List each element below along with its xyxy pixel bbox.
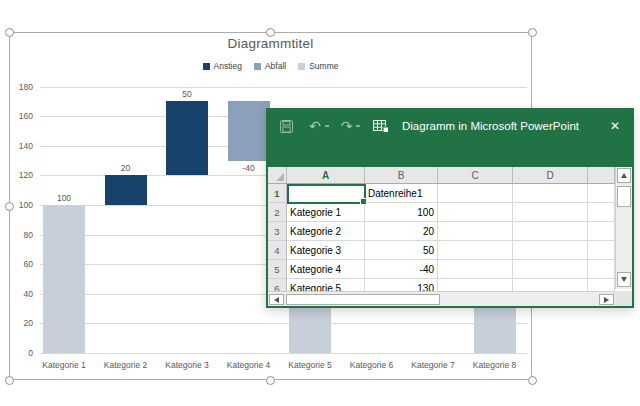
horizontal-scrollbar-thumb[interactable]: [286, 294, 440, 305]
bar-kategorie-1[interactable]: [43, 205, 85, 353]
edit-data-in-excel-button[interactable]: [373, 117, 389, 135]
data-label-kategorie-2: 20: [105, 163, 147, 173]
cell-B3[interactable]: 20: [365, 222, 438, 241]
cell-A6[interactable]: Kategorie 5: [287, 279, 365, 291]
chart-legend: Anstieg Abfall Summe: [9, 61, 532, 71]
column-header-B[interactable]: B: [365, 167, 438, 184]
cell-D3[interactable]: [513, 222, 588, 241]
redo-dropdown-icon[interactable]: [356, 125, 360, 127]
window-title: Diagramm in Microsoft PowerPoint: [402, 120, 579, 132]
cell-D5[interactable]: [513, 260, 588, 279]
undo-dropdown-icon[interactable]: [325, 125, 329, 127]
legend-swatch-abfall: [254, 63, 261, 70]
y-axis-label-180: 180: [4, 82, 33, 92]
column-header-A[interactable]: A: [287, 167, 365, 184]
redo-icon: ↷: [341, 119, 353, 133]
cell-partial-6[interactable]: [588, 279, 615, 291]
selection-handle-bottom-middle[interactable]: [266, 376, 275, 385]
redo-button[interactable]: ↷: [341, 117, 353, 135]
selection-handle-top-left[interactable]: [5, 28, 14, 37]
cell-D1[interactable]: [513, 184, 588, 203]
undo-icon: ↶: [309, 119, 321, 133]
scroll-up-button[interactable]: [617, 168, 631, 183]
row-header-4[interactable]: 4: [268, 241, 287, 260]
legend-swatch-summe: [298, 63, 305, 70]
data-label-kategorie-1: 100: [43, 193, 85, 203]
x-axis-label-4: Kategorie 4: [219, 360, 279, 370]
cell-A5[interactable]: Kategorie 4: [287, 260, 365, 279]
select-all-button[interactable]: [268, 167, 287, 184]
y-axis-label-60: 60: [4, 259, 33, 269]
scroll-right-button[interactable]: [599, 294, 614, 305]
horizontal-scrollbar[interactable]: [268, 291, 615, 306]
cell-C5[interactable]: [438, 260, 513, 279]
vertical-scrollbar-thumb[interactable]: [617, 186, 631, 207]
selection-handle-left-middle[interactable]: [5, 202, 14, 211]
select-all-triangle-icon: [276, 173, 284, 181]
undo-button[interactable]: ↶: [309, 117, 321, 135]
cell-A1[interactable]: [287, 184, 365, 203]
cell-C4[interactable]: [438, 241, 513, 260]
bar-kategorie-4[interactable]: [228, 101, 270, 160]
scroll-down-button[interactable]: [617, 272, 631, 287]
x-axis-label-6: Kategorie 6: [342, 360, 402, 370]
legend-item-abfall[interactable]: Abfall: [254, 61, 286, 71]
save-button[interactable]: [280, 117, 293, 135]
slide-canvas: Diagrammtitel Anstieg Abfall Summe 02040…: [0, 0, 640, 406]
legend-item-anstieg[interactable]: Anstieg: [203, 61, 242, 71]
bar-kategorie-3[interactable]: [166, 101, 208, 175]
cell-A3[interactable]: Kategorie 2: [287, 222, 365, 241]
spreadsheet-grid-icon: [373, 120, 389, 133]
cell-B4[interactable]: 50: [365, 241, 438, 260]
selection-handle-bottom-left[interactable]: [5, 376, 14, 385]
cell-A4[interactable]: Kategorie 3: [287, 241, 365, 260]
up-arrow-icon: [621, 173, 627, 178]
x-axis-label-1: Kategorie 1: [34, 360, 94, 370]
cell-B6[interactable]: 130: [365, 279, 438, 291]
y-axis-label-120: 120: [4, 170, 33, 180]
y-axis-label-0: 0: [4, 348, 33, 358]
column-header-C[interactable]: C: [438, 167, 513, 184]
x-axis-label-7: Kategorie 7: [403, 360, 463, 370]
row-header-5[interactable]: 5: [268, 260, 287, 279]
cell-partial-4[interactable]: [588, 241, 615, 260]
chart-title[interactable]: Diagrammtitel: [9, 36, 532, 51]
scroll-left-button[interactable]: [269, 294, 284, 305]
selection-handle-top-right[interactable]: [528, 28, 537, 37]
cell-D4[interactable]: [513, 241, 588, 260]
data-label-kategorie-4: -40: [228, 163, 270, 173]
cell-C6[interactable]: [438, 279, 513, 291]
bar-kategorie-2[interactable]: [105, 175, 147, 205]
right-arrow-icon: [604, 297, 609, 303]
cell-partial-5[interactable]: [588, 260, 615, 279]
cell-A2[interactable]: Kategorie 1: [287, 203, 365, 222]
y-axis-label-140: 140: [4, 141, 33, 151]
x-axis-label-3: Kategorie 3: [157, 360, 217, 370]
close-button[interactable]: ✕: [604, 117, 626, 135]
cell-partial-3[interactable]: [588, 222, 615, 241]
cell-B5[interactable]: -40: [365, 260, 438, 279]
row-header-6[interactable]: 6: [268, 279, 287, 291]
legend-item-summe[interactable]: Summe: [298, 61, 338, 71]
selection-handle-bottom-right[interactable]: [528, 376, 537, 385]
row-header-2[interactable]: 2: [268, 203, 287, 222]
cell-D6[interactable]: [513, 279, 588, 291]
cell-C3[interactable]: [438, 222, 513, 241]
row-header-1[interactable]: 1: [268, 184, 287, 203]
y-axis-label-40: 40: [4, 289, 33, 299]
cell-C2[interactable]: [438, 203, 513, 222]
column-header-partial[interactable]: [588, 167, 615, 184]
cell-D2[interactable]: [513, 203, 588, 222]
cell-C1[interactable]: [438, 184, 513, 203]
cell-B2[interactable]: 100: [365, 203, 438, 222]
gridline-0: [40, 353, 527, 354]
cell-B1[interactable]: Datenreihe1: [365, 184, 438, 203]
window-titlebar[interactable]: ↶ ↷: [266, 108, 634, 167]
gridline-180: [40, 87, 527, 88]
selection-handle-top-middle[interactable]: [266, 28, 275, 37]
cell-partial-2[interactable]: [588, 203, 615, 222]
row-header-3[interactable]: 3: [268, 222, 287, 241]
column-header-D[interactable]: D: [513, 167, 588, 184]
vertical-scrollbar[interactable]: [615, 167, 632, 289]
cell-partial-1[interactable]: [588, 184, 615, 203]
